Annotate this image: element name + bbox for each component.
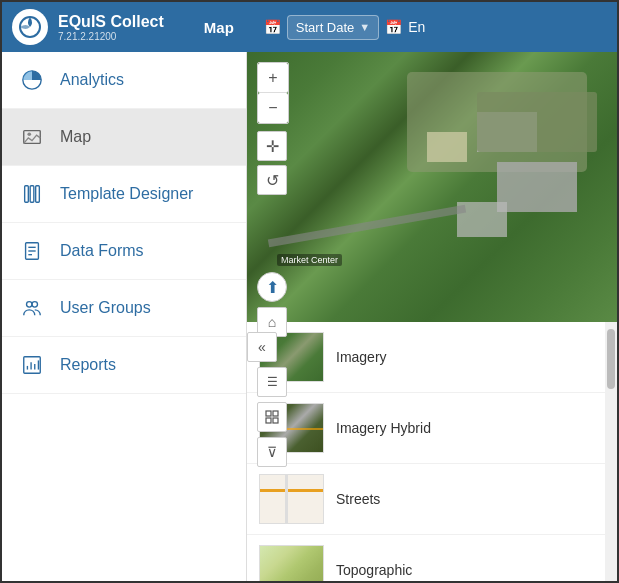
nav-map[interactable]: Map	[194, 14, 244, 41]
map-toolbar: + − ✛ ↺	[257, 62, 289, 195]
svg-point-11	[27, 302, 33, 308]
layer-item-imagery-hybrid[interactable]: Imagery Hybrid	[247, 393, 605, 464]
app-logo	[12, 9, 48, 45]
svg-rect-19	[273, 411, 278, 416]
svg-rect-20	[266, 418, 271, 423]
header-title-block: EQuIS Collect 7.21.2.21200	[58, 12, 164, 42]
svg-rect-5	[30, 186, 34, 203]
analytics-icon	[18, 66, 46, 94]
scrollbar[interactable]	[605, 322, 617, 581]
road-line	[268, 205, 466, 248]
svg-rect-4	[25, 186, 29, 203]
layer-item-topographic[interactable]: Topographic	[247, 535, 605, 581]
sidebar-item-data-forms[interactable]: Data Forms	[2, 223, 246, 280]
sidebar: Analytics Map	[2, 52, 247, 581]
layer-name-imagery: Imagery	[336, 349, 387, 365]
template-designer-icon	[18, 180, 46, 208]
filter-button[interactable]: ⊽	[257, 437, 287, 467]
building-2	[497, 162, 577, 212]
building-4	[427, 132, 467, 162]
app-container: EQuIS Collect 7.21.2.21200 Map 📅 Start D…	[0, 0, 619, 583]
map-icon	[18, 123, 46, 151]
map-area[interactable]: Market Center + − ✛ ↺ ⬆ ⌂ « ☰	[247, 52, 617, 581]
layer-name-streets: Streets	[336, 491, 380, 507]
calendar-icon-end: 📅	[385, 19, 402, 35]
sidebar-item-reports[interactable]: Reports	[2, 337, 246, 394]
rotate-button[interactable]: ↺	[257, 165, 287, 195]
user-groups-label: User Groups	[60, 299, 151, 317]
scrollbar-thumb[interactable]	[607, 329, 615, 389]
layer-list: Imagery Imagery Hybrid Stree	[247, 322, 605, 581]
hamburger-button[interactable]: ☰	[257, 367, 287, 397]
app-version: 7.21.2.21200	[58, 31, 164, 42]
layer-panel: Imagery Imagery Hybrid Stree	[247, 322, 617, 581]
pan-button[interactable]: ✛	[257, 131, 287, 161]
start-date-label: Start Date	[296, 20, 355, 35]
layer-item-imagery[interactable]: Imagery	[247, 322, 605, 393]
svg-rect-18	[266, 411, 271, 416]
sidebar-item-template-designer[interactable]: Template Designer	[2, 166, 246, 223]
collapse-panel-button[interactable]: «	[247, 332, 277, 362]
user-groups-icon	[18, 294, 46, 322]
template-designer-label: Template Designer	[60, 185, 193, 203]
sidebar-item-user-groups[interactable]: User Groups	[2, 280, 246, 337]
layers-button[interactable]	[257, 402, 287, 432]
compass-button[interactable]: ⬆	[257, 272, 287, 302]
data-forms-label: Data Forms	[60, 242, 144, 260]
reports-label: Reports	[60, 356, 116, 374]
layer-thumb-streets	[259, 474, 324, 524]
main-content: Analytics Map	[2, 52, 617, 581]
map-satellite-view	[247, 52, 617, 322]
layer-item-streets[interactable]: Streets	[247, 464, 605, 535]
map-info-bar: Market Center	[277, 254, 342, 266]
calendar-icon-start: 📅	[264, 19, 281, 35]
layer-name-topographic: Topographic	[336, 562, 412, 578]
sidebar-item-analytics[interactable]: Analytics	[2, 52, 246, 109]
map-label: Map	[60, 128, 91, 146]
dropdown-arrow: ▼	[359, 21, 370, 33]
reports-icon	[18, 351, 46, 379]
app-title: EQuIS Collect	[58, 12, 164, 31]
header-nav: Map 📅 Start Date ▼ 📅 En	[194, 14, 607, 41]
svg-point-3	[27, 132, 31, 136]
zoom-in-button[interactable]: +	[258, 63, 288, 93]
svg-rect-6	[36, 186, 40, 203]
building-1	[477, 112, 537, 152]
end-label: En	[408, 19, 425, 35]
start-date-button[interactable]: Start Date ▼	[287, 15, 379, 40]
svg-point-12	[32, 302, 38, 308]
analytics-label: Analytics	[60, 71, 124, 89]
data-forms-icon	[18, 237, 46, 265]
layer-thumb-topographic	[259, 545, 324, 581]
sidebar-item-map[interactable]: Map	[2, 109, 246, 166]
layer-name-imagery-hybrid: Imagery Hybrid	[336, 420, 431, 436]
zoom-controls: + −	[257, 62, 289, 124]
zoom-out-button[interactable]: −	[258, 93, 288, 123]
header: EQuIS Collect 7.21.2.21200 Map 📅 Start D…	[2, 2, 617, 52]
svg-rect-21	[273, 418, 278, 423]
